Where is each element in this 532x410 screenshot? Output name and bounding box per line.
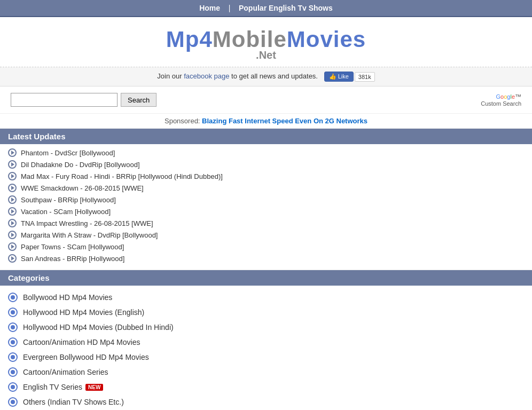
update-list-item: Paper Towns - SCam [Hollywood] [8, 241, 524, 253]
update-link[interactable]: TNA Impact Wrestling - 26-08-2015 [WWE] [21, 219, 153, 227]
facebook-bar: Join our facebook page to get all news a… [0, 67, 532, 86]
search-form: Search [11, 93, 157, 107]
update-list-item: Southpaw - BRRip [Hollywood] [8, 194, 524, 206]
category-list-item: Cartoon/Animation Series [8, 365, 524, 380]
update-link[interactable]: Vacation - SCam [Hollywood] [21, 208, 111, 216]
category-link[interactable]: English TV Series [23, 383, 82, 391]
category-link[interactable]: Cartoon/Animation HD Mp4 Movies [23, 338, 140, 346]
update-link[interactable]: Dil Dhadakne Do - DvdRip [Bollywood] [21, 161, 140, 169]
category-list-item: Hollywood HD Mp4 Movies (Dubbed In Hindi… [8, 320, 524, 335]
bullet-icon [8, 231, 17, 239]
google-label: Custom Search [481, 100, 521, 107]
update-link[interactable]: Southpaw - BRRip [Hollywood] [21, 196, 116, 204]
update-list-item: Dil Dhadakne Do - DvdRip [Bollywood] [8, 159, 524, 170]
update-link[interactable]: WWE Smackdown - 26-08-2015 [WWE] [21, 184, 144, 192]
category-list-item: Others (Indian TV Shows Etc.) [8, 395, 524, 409]
category-link[interactable]: Cartoon/Animation Series [23, 368, 108, 376]
logo-area: Mp4MobileMovies .Net [0, 17, 532, 67]
update-list-item: San Andreas - BRRip [Hollywood] [8, 253, 524, 264]
bullet-icon [8, 207, 17, 216]
categories-header: Categories [0, 270, 532, 286]
category-bullet [8, 308, 18, 317]
category-bullet [8, 322, 18, 332]
category-bullet [8, 352, 18, 362]
update-link[interactable]: Margarita With A Straw - DvdRip [Bollywo… [21, 231, 158, 239]
logo-subtitle: .Net [0, 49, 532, 61]
popular-shows-link[interactable]: Popular English Tv Shows [239, 4, 333, 12]
update-link[interactable]: San Andreas - BRRip [Hollywood] [21, 255, 124, 263]
category-bullet [8, 367, 18, 377]
category-link[interactable]: Evergreen Bollywood HD Mp4 Movies [23, 353, 149, 361]
update-list-item: Margarita With A Straw - DvdRip [Bollywo… [8, 229, 524, 241]
latest-updates-section: Latest Updates Phantom - DvdScr [Bollywo… [0, 129, 532, 270]
category-bullet [8, 293, 18, 302]
google-logo: Google™ [481, 93, 521, 100]
logo-mobile: Mobile [213, 27, 287, 52]
update-list-item: Vacation - SCam [Hollywood] [8, 206, 524, 217]
nav-separator: | [229, 4, 231, 12]
bullet-icon [8, 184, 17, 192]
latest-updates-list: Phantom - DvdScr [Bollywood] Dil Dhadakn… [0, 144, 532, 270]
fb-text-before: Join our [157, 72, 182, 80]
update-list-item: Mad Max - Fury Road - Hindi - BRRip [Hol… [8, 170, 524, 182]
update-list-item: WWE Smackdown - 26-08-2015 [WWE] [8, 182, 524, 194]
top-navigation: Home | Popular English Tv Shows [0, 0, 532, 17]
category-bullet [8, 397, 18, 407]
sponsored-label: Sponsored: [165, 117, 200, 125]
bullet-icon [8, 242, 17, 251]
home-link[interactable]: Home [199, 4, 220, 12]
category-bullet [8, 382, 18, 392]
fb-like-box: 👍 Like 381k [324, 72, 375, 82]
fb-text-after: to get all news and updates. [231, 72, 318, 80]
category-bullet [8, 337, 18, 347]
fb-like-button[interactable]: 👍 Like [324, 72, 354, 82]
logo-mp4: Mp4 [166, 27, 213, 52]
update-link[interactable]: Paper Towns - SCam [Hollywood] [21, 243, 124, 251]
category-list-item: Evergreen Bollywood HD Mp4 Movies [8, 350, 524, 365]
new-badge: NEW [85, 384, 103, 391]
categories-section: Categories Bollywood HD Mp4 Movies Holly… [0, 270, 532, 410]
bullet-icon [8, 148, 17, 157]
update-list-item: Phantom - DvdScr [Bollywood] [8, 147, 524, 159]
update-link[interactable]: Phantom - DvdScr [Bollywood] [21, 149, 115, 157]
google-custom-search: Google™ Custom Search [481, 93, 521, 107]
search-button[interactable]: Search [121, 93, 157, 107]
sponsored-bar: Sponsored: Blazing Fast Internet Speed E… [0, 114, 532, 129]
category-list-item: Hollywood HD Mp4 Movies (English) [8, 305, 524, 320]
bullet-icon [8, 219, 17, 227]
category-link[interactable]: Hollywood HD Mp4 Movies (Dubbed In Hindi… [23, 323, 174, 332]
bullet-icon [8, 254, 17, 263]
category-link[interactable]: Others (Indian TV Shows Etc.) [23, 398, 124, 406]
category-list-item: English TV SeriesNEW [8, 380, 524, 395]
category-link[interactable]: Bollywood HD Mp4 Movies [23, 293, 112, 302]
sponsored-link[interactable]: Blazing Fast Internet Speed Even On 2G N… [202, 117, 367, 125]
fb-count: 381k [355, 72, 375, 82]
update-link[interactable]: Mad Max - Fury Road - Hindi - BRRip [Hol… [21, 172, 223, 180]
search-input[interactable] [11, 93, 118, 107]
category-link[interactable]: Hollywood HD Mp4 Movies (English) [23, 308, 144, 317]
categories-list: Bollywood HD Mp4 Movies Hollywood HD Mp4… [0, 286, 532, 410]
facebook-page-link[interactable]: facebook page [184, 72, 229, 80]
latest-updates-header: Latest Updates [0, 129, 532, 144]
bullet-icon [8, 172, 17, 180]
bullet-icon [8, 195, 17, 204]
logo-movies: Movies [287, 27, 366, 52]
bullet-icon [8, 160, 17, 169]
search-area: Search Google™ Custom Search [0, 86, 532, 114]
category-list-item: Bollywood HD Mp4 Movies [8, 290, 524, 305]
category-list-item: Cartoon/Animation HD Mp4 Movies [8, 335, 524, 350]
update-list-item: TNA Impact Wrestling - 26-08-2015 [WWE] [8, 217, 524, 229]
site-logo: Mp4MobileMovies [0, 27, 532, 52]
